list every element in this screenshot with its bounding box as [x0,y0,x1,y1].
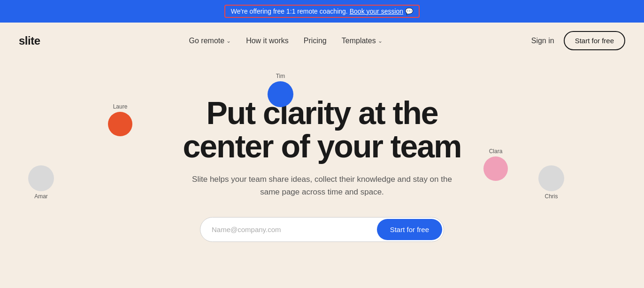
nav-links: Go remote ⌄ How it works Pricing Templat… [189,37,383,45]
avatar-clara: Clara [483,148,508,181]
avatar-tim-circle [268,81,293,107]
avatar-amar: Amar [28,165,54,200]
chevron-down-icon: ⌄ [378,38,383,44]
hero-title: Put clarity at the center of your team [158,96,486,163]
nav-actions: Sign in Start for free [531,31,625,50]
avatar-chris-circle [538,165,564,191]
email-form: Start for free [200,217,444,242]
sign-in-link[interactable]: Sign in [531,37,554,45]
chevron-down-icon: ⌄ [226,38,231,44]
avatar-laure: Laure [108,103,132,136]
banner-content: We're offering free 1:1 remote coaching.… [224,5,420,18]
banner-emoji: 💬 [405,8,413,15]
avatar-laure-label: Laure [113,103,128,110]
hero-subtitle: Slite helps your team share ideas, colle… [191,173,453,198]
avatar-clara-circle [483,156,508,181]
avatar-chris: Chris [538,165,564,200]
hero-section: Tim Laure Clara Amar Chris Put clarity a… [0,59,644,275]
email-input[interactable] [200,218,376,241]
avatar-clara-label: Clara [489,148,503,155]
avatar-laure-circle [108,112,132,136]
avatar-amar-label: Amar [34,193,48,200]
avatar-tim-label: Tim [276,73,285,79]
nav-item-how-it-works[interactable]: How it works [246,37,289,45]
book-session-link[interactable]: Book your session [350,8,403,15]
nav-item-go-remote[interactable]: Go remote ⌄ [189,37,231,45]
logo[interactable]: slite [19,34,40,47]
start-for-free-button[interactable]: Start for free [564,31,625,50]
avatar-amar-circle [28,165,54,191]
hero-start-button[interactable]: Start for free [377,219,442,240]
avatar-tim: Tim [268,73,293,107]
banner-text: We're offering free 1:1 remote coaching. [231,8,348,15]
avatar-chris-label: Chris [544,193,558,200]
nav-item-pricing[interactable]: Pricing [304,37,327,45]
announcement-banner: We're offering free 1:1 remote coaching.… [0,0,644,23]
navbar: slite Go remote ⌄ How it works Pricing T… [0,23,644,59]
nav-item-templates[interactable]: Templates ⌄ [342,37,383,45]
